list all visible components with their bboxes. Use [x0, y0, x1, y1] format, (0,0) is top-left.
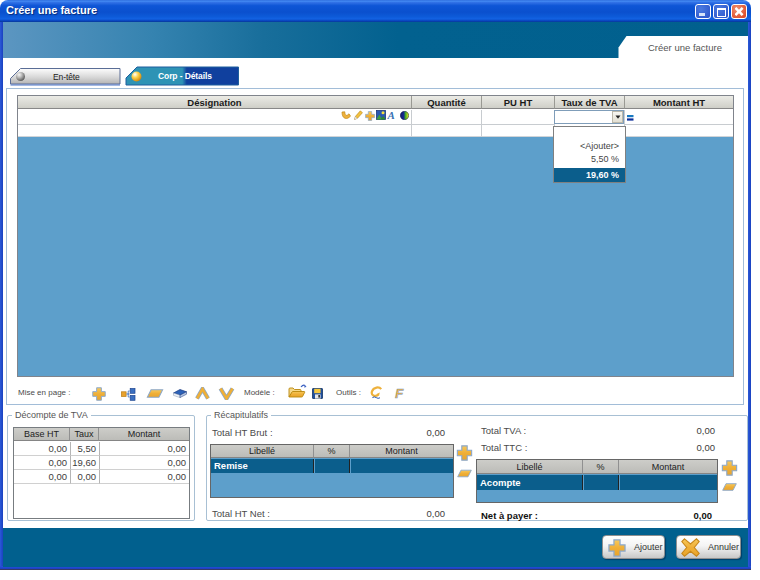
svg-text:A: A	[387, 109, 395, 120]
svg-text:F: F	[395, 386, 404, 401]
